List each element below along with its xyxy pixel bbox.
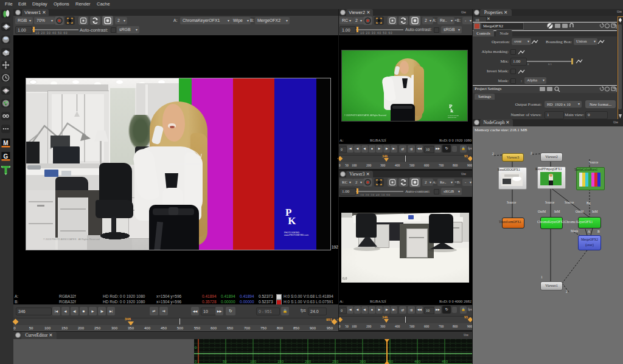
svg-text:300: 300 (360, 360, 366, 363)
svg-text:150: 150 (277, 360, 284, 363)
svg-text:200: 200 (305, 360, 312, 363)
svg-text:250: 250 (332, 360, 339, 363)
svg-text:G: G (4, 153, 9, 160)
svg-text:450: 450 (442, 360, 448, 363)
svg-text:400: 400 (414, 360, 421, 363)
svg-text:50: 50 (223, 360, 227, 363)
svg-text:100: 100 (250, 360, 257, 363)
svg-text:M: M (3, 140, 8, 146)
